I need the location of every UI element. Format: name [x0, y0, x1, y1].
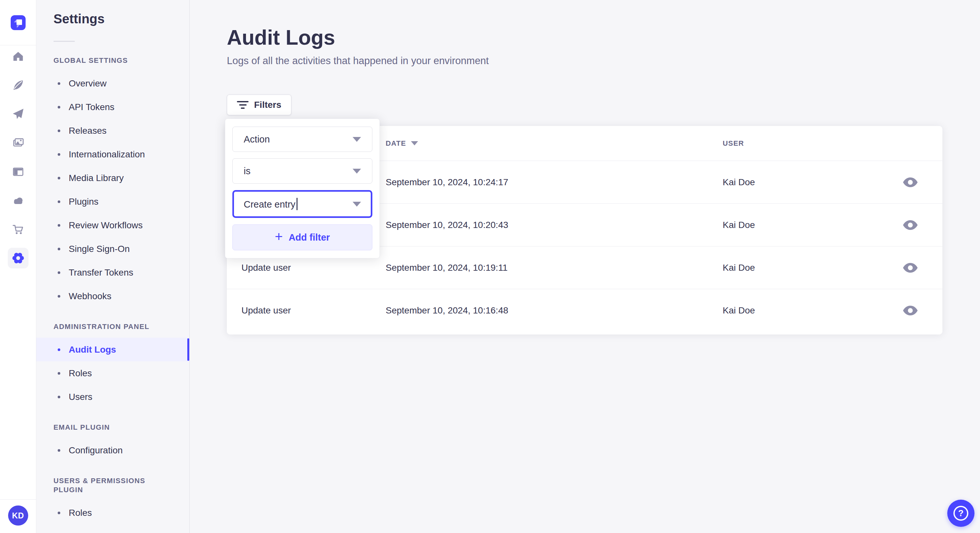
view-details-button[interactable]: [901, 304, 920, 317]
sidebar-item-label: Roles: [69, 507, 92, 519]
bullet-icon: [58, 177, 60, 179]
help-button[interactable]: ?: [947, 500, 975, 527]
bullet-icon: [58, 295, 60, 298]
cell-user: Kai Doe: [723, 177, 901, 187]
chevron-down-icon: [353, 202, 361, 206]
sidebar-item-internationalization[interactable]: Internationalization: [36, 143, 189, 166]
strapi-admin-app: KD Settings GLOBAL SETTINGS Overview API…: [0, 0, 980, 533]
nav-section-header: GLOBAL SETTINGS: [36, 56, 189, 65]
filter-operator-select[interactable]: is: [232, 159, 372, 184]
column-header-user: USER: [723, 139, 901, 148]
media-library-icon[interactable]: [11, 136, 25, 150]
page-title: Audit Logs: [227, 25, 980, 50]
eye-icon: [903, 178, 918, 187]
strapi-logo[interactable]: [11, 15, 25, 30]
sidebar-item-label: API Tokens: [69, 102, 115, 113]
bullet-icon: [58, 224, 60, 227]
view-details-button[interactable]: [901, 176, 920, 189]
bullet-icon: [58, 82, 60, 85]
strapi-logo-glyph: [11, 15, 25, 30]
sidebar-item-users[interactable]: Users: [36, 385, 189, 409]
filter-icon: [237, 101, 248, 109]
triangle-down-icon: [411, 141, 418, 145]
paper-plane-icon[interactable]: [11, 107, 25, 121]
filter-value-combobox[interactable]: Create entry: [232, 190, 372, 218]
sidebar-item-up-roles[interactable]: Roles: [36, 501, 189, 525]
bullet-icon: [58, 396, 60, 398]
sidebar-item-overview[interactable]: Overview: [36, 71, 189, 95]
cell-action: Update user: [242, 305, 386, 316]
bullet-icon: [58, 512, 60, 514]
filter-operator-select-value: is: [244, 166, 250, 176]
sidebar-item-releases[interactable]: Releases: [36, 119, 189, 143]
sidebar-item-label: Roles: [69, 368, 92, 379]
view-details-button[interactable]: [901, 218, 920, 232]
sidebar-item-label: Media Library: [69, 172, 124, 184]
sidebar-item-label: Single Sign-On: [69, 243, 130, 255]
sort-by-date-button[interactable]: DATE: [386, 139, 418, 148]
column-header-date: DATE: [386, 139, 723, 148]
filters-button[interactable]: Filters: [227, 95, 291, 115]
page-subtitle: Logs of all the activities that happened…: [227, 54, 980, 67]
nav-section-header: USERS & PERMISSIONS PLUGIN: [36, 476, 189, 495]
plus-icon: +: [275, 230, 283, 244]
sidebar-item-label: Overview: [69, 78, 107, 89]
workspace-logo-section: [0, 0, 36, 45]
feather-icon[interactable]: [11, 78, 25, 92]
rail-user-section: KD: [0, 499, 36, 533]
sidebar-title: Settings: [36, 11, 189, 27]
eye-icon: [903, 220, 918, 230]
filter-popover: Action is Create entry + Add filter: [225, 119, 380, 259]
sidebar-item-label: Users: [69, 391, 92, 403]
settings-gear-icon[interactable]: [8, 248, 29, 268]
cell-date: September 10, 2024, 10:20:43: [386, 220, 723, 230]
filter-field-select[interactable]: Action: [232, 127, 372, 152]
sidebar-item-roles[interactable]: Roles: [36, 362, 189, 385]
sidebar-item-webhooks[interactable]: Webhooks: [36, 284, 189, 308]
sidebar-item-api-tokens[interactable]: API Tokens: [36, 95, 189, 119]
eye-icon: [903, 263, 918, 273]
sidebar-item-media-library[interactable]: Media Library: [36, 166, 189, 190]
sidebar-item-label: Providers: [69, 531, 107, 533]
sidebar-item-label: Internationalization: [69, 149, 145, 160]
sidebar-item-label: Webhooks: [69, 290, 111, 302]
cell-user: Kai Doe: [723, 263, 901, 273]
bullet-icon: [58, 248, 60, 250]
bullet-icon: [58, 449, 60, 452]
sidebar-item-label: Audit Logs: [69, 344, 116, 355]
cell-action: Update user: [242, 263, 386, 273]
sidebar-item-label: Releases: [69, 125, 107, 136]
main-nav-rail: KD: [0, 0, 36, 533]
cart-icon[interactable]: [11, 222, 25, 236]
view-details-button[interactable]: [901, 261, 920, 274]
rail-icon-list: [8, 49, 29, 265]
cloud-icon[interactable]: [11, 194, 25, 208]
sidebar-item-providers[interactable]: Providers: [36, 525, 189, 533]
filter-value-combobox-value: Create entry: [244, 198, 298, 210]
add-filter-label: Add filter: [289, 232, 330, 243]
nav-section-global-settings: GLOBAL SETTINGS Overview API Tokens Rele…: [36, 56, 189, 308]
bullet-icon: [58, 348, 60, 351]
filters-button-label: Filters: [254, 100, 281, 110]
sidebar-item-label: Plugins: [69, 196, 99, 208]
cell-date: September 10, 2024, 10:19:11: [386, 263, 723, 273]
cell-user: Kai Doe: [723, 305, 901, 316]
home-icon[interactable]: [11, 49, 25, 63]
user-avatar[interactable]: KD: [8, 506, 28, 525]
sidebar-item-plugins[interactable]: Plugins: [36, 190, 189, 213]
sidebar-item-audit-logs[interactable]: Audit Logs: [36, 338, 189, 362]
sidebar-item-transfer-tokens[interactable]: Transfer Tokens: [36, 261, 189, 284]
nav-section-header: EMAIL PLUGIN: [36, 423, 189, 432]
bullet-icon: [58, 153, 60, 156]
add-filter-button[interactable]: + Add filter: [232, 224, 372, 250]
sidebar-item-single-sign-on[interactable]: Single Sign-On: [36, 237, 189, 261]
sidebar-item-label: Configuration: [69, 444, 123, 456]
sidebar-item-review-workflows[interactable]: Review Workflows: [36, 213, 189, 237]
layout-icon[interactable]: [11, 165, 25, 179]
text-caret: [296, 198, 298, 210]
cell-date: September 10, 2024, 10:24:17: [386, 177, 723, 187]
bullet-icon: [58, 106, 60, 108]
nav-section-users-permissions-plugin: USERS & PERMISSIONS PLUGIN Roles Provide…: [36, 476, 189, 533]
sidebar-item-configuration[interactable]: Configuration: [36, 438, 189, 462]
table-row[interactable]: Update user September 10, 2024, 10:16:48…: [227, 289, 942, 332]
